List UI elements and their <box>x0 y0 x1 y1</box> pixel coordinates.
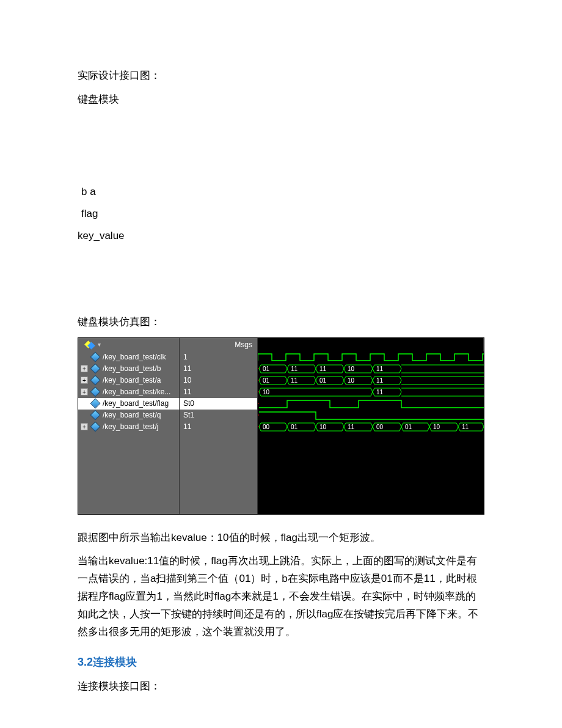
signal-row[interactable]: /key_board_test/clk <box>78 351 179 363</box>
svg-text:11: 11 <box>291 366 298 372</box>
signal-row[interactable]: +/key_board_test/j <box>78 421 179 433</box>
svg-text:11: 11 <box>462 424 469 430</box>
svg-text:11: 11 <box>376 389 384 395</box>
waveform-viewer[interactable]: ▾ Msgs /key_board_test/clk+/key_board_te… <box>78 337 484 515</box>
signal-name-label: /key_board_test/flag <box>103 399 169 408</box>
section-heading-3-2: 3.2连接模块 <box>78 655 484 669</box>
signal-row[interactable]: +/key_board_test/b <box>78 363 179 375</box>
signal-diamond-icon <box>90 375 101 386</box>
msg-value: St0 <box>180 398 257 410</box>
svg-text:01: 01 <box>319 377 327 384</box>
expand-icon[interactable]: + <box>81 423 88 430</box>
msg-value: 11 <box>180 386 257 398</box>
svg-text:10: 10 <box>263 389 270 395</box>
header-signal-col: ▾ <box>78 338 180 351</box>
signal-row[interactable]: /key_board_test/flag <box>78 398 179 410</box>
svg-text:11: 11 <box>291 377 298 384</box>
signal-diamond-icon <box>90 387 101 397</box>
analysis-p2: 当输出kevalue:11值的时候，flag再次出现上跳沿。实际上，上面的图写的… <box>78 553 484 641</box>
signal-keyvalue: key_value <box>78 226 484 246</box>
signal-row[interactable]: +/key_board_test/ke... <box>78 386 179 398</box>
wave-panel[interactable]: 0111111011011101101110110001101100011011 <box>258 351 484 514</box>
signal-flag: flag <box>81 204 484 224</box>
header-wave-col <box>258 338 484 351</box>
msg-value: 1 <box>180 351 257 363</box>
app-logo-icon <box>84 340 95 350</box>
signal-list-block: b a flag key_value <box>81 182 484 246</box>
svg-text:10: 10 <box>348 377 355 384</box>
svg-text:01: 01 <box>263 377 270 384</box>
analysis-p1: 跟据图中所示当输出kevalue：10值的时候，flag出现一个矩形波。 <box>78 529 484 547</box>
signal-diamond-icon <box>90 422 101 432</box>
msg-value: 11 <box>180 421 257 433</box>
expand-icon <box>81 353 88 361</box>
svg-text:11: 11 <box>348 424 355 430</box>
svg-text:00: 00 <box>376 424 384 430</box>
expand-icon[interactable]: + <box>81 377 88 384</box>
svg-text:10: 10 <box>319 424 327 430</box>
svg-text:11: 11 <box>319 366 327 372</box>
signal-panel[interactable]: /key_board_test/clk+/key_board_test/b+/k… <box>78 351 180 514</box>
expand-icon <box>81 400 88 407</box>
signal-name-label: /key_board_test/a <box>103 376 161 384</box>
signal-name-label: /key_board_test/q <box>103 411 161 419</box>
svg-text:11: 11 <box>376 377 384 384</box>
signal-diamond-icon <box>90 364 101 374</box>
signal-name-label: /key_board_test/b <box>103 364 161 373</box>
signal-ba: b a <box>81 182 484 202</box>
svg-text:10: 10 <box>433 424 440 430</box>
msg-value: St1 <box>180 410 257 421</box>
header-msgs-label: Msgs <box>180 338 258 351</box>
signal-diamond-icon <box>90 399 101 409</box>
svg-text:11: 11 <box>376 366 384 372</box>
svg-text:01: 01 <box>263 366 270 372</box>
msg-value: 10 <box>180 375 257 386</box>
expand-icon <box>81 411 88 419</box>
expand-icon[interactable]: + <box>81 365 88 372</box>
signal-name-label: /key_board_test/clk <box>103 353 166 361</box>
svg-text:10: 10 <box>348 366 355 372</box>
connect-caption: 连接模块接口图： <box>78 678 484 696</box>
sim-caption: 键盘模块仿真图： <box>78 314 484 331</box>
intro-line-2: 键盘模块 <box>78 91 484 109</box>
expand-icon[interactable]: + <box>81 388 88 395</box>
svg-text:01: 01 <box>405 424 412 430</box>
signal-diamond-icon <box>90 410 101 421</box>
svg-text:00: 00 <box>263 424 270 430</box>
signal-row[interactable]: /key_board_test/q <box>78 410 179 421</box>
signal-name-label: /key_board_test/j <box>103 422 158 431</box>
signal-diamond-icon <box>90 352 101 362</box>
msgs-panel[interactable]: 1111011St0St111 <box>180 351 258 514</box>
svg-text:01: 01 <box>291 424 298 430</box>
msg-value: 11 <box>180 363 257 375</box>
signal-name-label: /key_board_test/ke... <box>103 388 170 396</box>
signal-row[interactable]: +/key_board_test/a <box>78 375 179 386</box>
intro-line-1: 实际设计接口图： <box>78 67 484 85</box>
